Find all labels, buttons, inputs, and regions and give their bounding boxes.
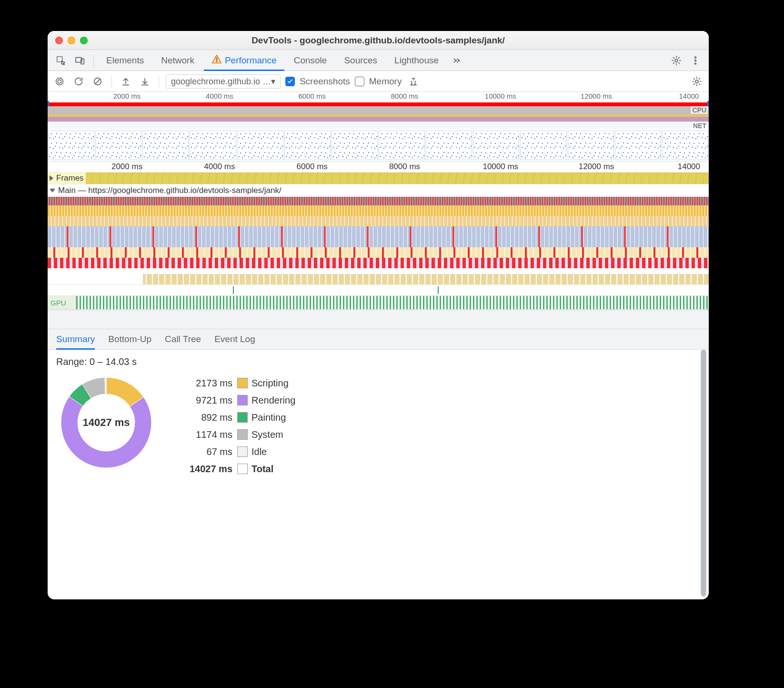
filmstrip-frame[interactable] — [662, 131, 708, 160]
performance-toolbar: googlechrome.github.io …▾ Screenshots Me… — [48, 71, 709, 92]
device-toolbar-icon[interactable] — [71, 52, 89, 69]
tab-event-log[interactable]: Event Log — [214, 329, 255, 350]
legend-swatch — [237, 412, 248, 423]
inspect-element-icon[interactable] — [52, 52, 70, 69]
track-thread-pool[interactable]: Thread Pool — [48, 285, 709, 296]
svg-rect-2 — [81, 59, 84, 64]
window-titlebar: DevTools - googlechrome.github.io/devtoo… — [48, 31, 709, 50]
summary-total-center: 14027 ms — [56, 373, 156, 473]
main-track-label: Main — https://googlechrome.github.io/de… — [58, 186, 281, 195]
filmstrip-frame[interactable] — [332, 131, 378, 160]
clear-button[interactable] — [90, 74, 105, 89]
filmstrip-frame[interactable] — [284, 131, 331, 160]
tab-bottom-up[interactable]: Bottom-Up — [108, 329, 151, 350]
target-selector-label: googlechrome.github.io …▾ — [171, 76, 275, 87]
summary-range-label: Range: 0 – 14.03 s — [56, 356, 137, 367]
tabstrip-divider — [93, 54, 94, 67]
svg-point-8 — [695, 62, 696, 64]
svg-point-9 — [56, 78, 63, 85]
fl-tick: 12000 ms — [579, 162, 614, 172]
legend-ms: 67 ms — [175, 446, 237, 457]
svg-point-5 — [675, 59, 678, 62]
svg-point-3 — [216, 61, 217, 62]
download-profile-button[interactable] — [138, 74, 152, 89]
legend-ms: 1174 ms — [175, 429, 237, 440]
tab-performance-label: Performance — [225, 55, 277, 66]
collapse-icon[interactable] — [50, 189, 55, 192]
svg-point-12 — [695, 80, 698, 83]
legend-ms: 9721 ms — [175, 395, 237, 406]
svg-point-6 — [695, 57, 696, 58]
overview-ruler: 2000 ms 4000 ms 6000 ms 8000 ms 10000 ms… — [48, 92, 709, 101]
target-selector[interactable]: googlechrome.github.io …▾ — [166, 74, 281, 89]
filmstrip-frame[interactable] — [379, 131, 425, 160]
screenshots-checkbox[interactable] — [285, 77, 295, 86]
legend-row: 9721 ms Rendering — [175, 392, 337, 409]
overview-pane[interactable]: 2000 ms 4000 ms 6000 ms 8000 ms 10000 ms… — [48, 92, 709, 162]
expand-icon[interactable] — [50, 175, 53, 181]
track-frames[interactable]: Frames — [48, 172, 709, 184]
settings-gear-icon[interactable] — [668, 52, 685, 69]
track-gpu[interactable]: GPU — [48, 296, 709, 310]
flame-gap — [48, 310, 709, 329]
tab-lighthouse[interactable]: Lighthouse — [387, 50, 446, 71]
ov-tick: 2000 ms — [113, 92, 141, 100]
filmstrip-frame[interactable] — [568, 131, 614, 160]
tab-network[interactable]: Network — [153, 50, 202, 71]
details-tabstrip: Summary Bottom-Up Call Tree Event Log — [48, 329, 709, 350]
main-flame-chart[interactable] — [48, 197, 709, 284]
memory-checkbox[interactable] — [355, 77, 364, 86]
upload-profile-button[interactable] — [119, 74, 133, 89]
legend-name: System — [251, 429, 337, 440]
tab-console[interactable]: Console — [286, 50, 335, 71]
filmstrip-frame[interactable] — [48, 131, 94, 160]
gpu-flame-chart[interactable] — [76, 296, 709, 309]
tab-summary[interactable]: Summary — [56, 329, 95, 350]
filmstrip-frame[interactable] — [142, 131, 189, 160]
overview-cpu-chart: CPU — [48, 106, 709, 121]
ov-tick: 10000 ms — [485, 92, 516, 100]
legend-row: 67 ms Idle — [175, 443, 337, 460]
filmstrip-frame[interactable] — [237, 131, 283, 160]
filmstrip-frame[interactable] — [95, 131, 141, 160]
track-main[interactable]: Main — https://googlechrome.github.io/de… — [48, 184, 709, 285]
overview-filmstrip[interactable] — [48, 129, 709, 162]
legend-name: Rendering — [251, 395, 337, 406]
tab-sources[interactable]: Sources — [336, 50, 385, 71]
cpu-label: CPU — [691, 106, 708, 114]
capture-settings-gear-icon[interactable] — [690, 74, 704, 89]
tab-elements[interactable]: Elements — [99, 50, 151, 71]
legend-swatch — [237, 446, 248, 457]
ov-tick: 4000 ms — [206, 92, 233, 100]
flame-ruler: 2000 ms 4000 ms 6000 ms 8000 ms 10000 ms… — [48, 162, 709, 172]
filmstrip-frame[interactable] — [520, 131, 566, 160]
svg-point-10 — [58, 80, 61, 83]
toolbar-divider-2 — [159, 76, 159, 87]
summary-donut-chart: 14027 ms — [56, 373, 156, 473]
overview-activity-bar[interactable] — [48, 102, 709, 106]
legend-name: Idle — [251, 446, 337, 457]
filmstrip-frame[interactable] — [615, 131, 661, 160]
legend-ms: 892 ms — [175, 412, 237, 423]
legend-row: 892 ms Painting — [175, 409, 337, 426]
fl-tick: 4000 ms — [204, 162, 235, 172]
collect-garbage-button[interactable] — [406, 74, 421, 89]
tab-performance[interactable]: Performance — [204, 50, 284, 71]
filmstrip-frame[interactable] — [426, 131, 472, 160]
ov-tick: 8000 ms — [391, 92, 419, 100]
svg-point-7 — [695, 60, 696, 61]
summary-scrollbar[interactable] — [700, 350, 707, 597]
legend-swatch — [237, 429, 248, 440]
filmstrip-frame[interactable] — [190, 131, 236, 160]
ov-tick: 12000 ms — [581, 92, 612, 100]
screenshots-label: Screenshots — [300, 76, 350, 87]
more-tabs-icon[interactable] — [448, 52, 465, 69]
kebab-menu-icon[interactable] — [687, 52, 704, 69]
devtools-window: DevTools - googlechrome.github.io/devtoo… — [48, 31, 709, 599]
tab-call-tree[interactable]: Call Tree — [165, 329, 201, 350]
warning-icon — [211, 54, 222, 67]
record-button[interactable] — [52, 74, 67, 89]
summary-pane: Range: 0 – 14.03 s 14027 ms 2173 ms Scri… — [48, 350, 709, 599]
filmstrip-frame[interactable] — [473, 131, 519, 160]
reload-record-button[interactable] — [71, 74, 86, 89]
